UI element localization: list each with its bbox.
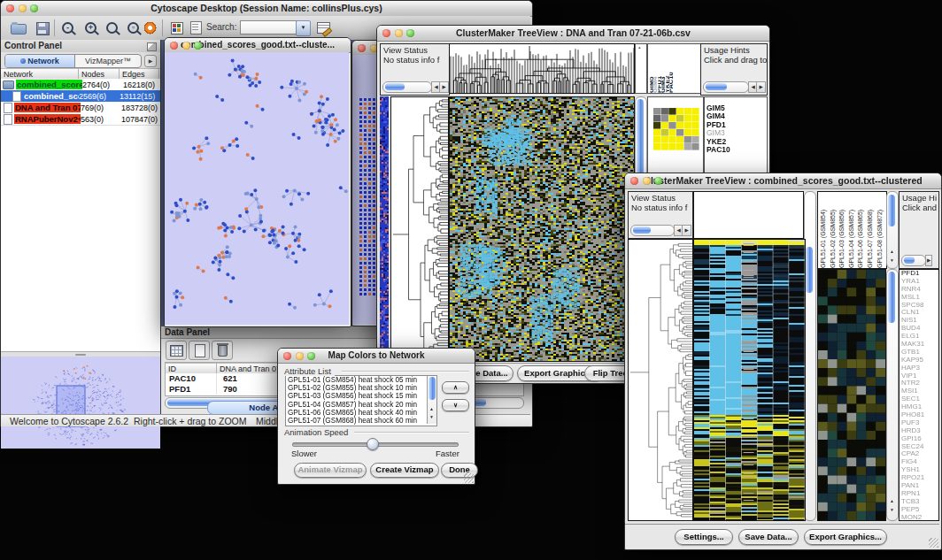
column-label[interactable]: GPL51-01 (GSM854) <box>819 192 829 268</box>
attribute-item[interactable]: GPL51-02 (GSM855) heat shock 10 min <box>286 384 436 392</box>
scroll-down-icon[interactable]: ▼ <box>890 257 894 263</box>
close-icon[interactable] <box>358 44 366 52</box>
zoom-window-icon[interactable] <box>30 4 38 12</box>
attribute-item[interactable]: GPL51-03 (GSM856) heat shock 15 min <box>286 392 436 400</box>
birdseye-view[interactable] <box>1 357 160 449</box>
animate-vizmap-button[interactable]: Animate Vizmap <box>294 463 367 478</box>
tv2-status-scrollbar[interactable] <box>630 225 675 236</box>
zoom-window-icon[interactable] <box>654 177 662 185</box>
scroll-thumb[interactable] <box>888 195 895 226</box>
gene-label[interactable]: MON2 <box>900 514 938 521</box>
scroll-thumb[interactable] <box>385 83 405 90</box>
new-attribute-button[interactable] <box>189 341 210 360</box>
attribute-item[interactable]: GPL51-06 (GSM865) heat shock 40 min <box>286 409 436 417</box>
resize-grip[interactable] <box>464 473 474 483</box>
tv1-overview-strip-canvas[interactable] <box>380 96 389 362</box>
minimize-icon[interactable] <box>395 29 403 37</box>
scroll-up-icon[interactable]: ▲ <box>429 406 434 411</box>
zoom-window-icon[interactable] <box>307 352 315 360</box>
column-label[interactable]: PAC10 <box>669 44 673 93</box>
column-label[interactable]: GIM3 <box>661 44 665 93</box>
network-table-row[interactable]: combined_scores_ 2764(0) 16218(0) <box>1 79 160 90</box>
speed-slider-thumb[interactable] <box>367 438 379 450</box>
scroll-right-icon[interactable]: ▶ <box>925 255 932 266</box>
tab-overflow-button[interactable]: ▶ <box>144 55 157 67</box>
treeview2-title-bar[interactable]: ClusterMaker TreeView : combined_scores_… <box>625 173 941 189</box>
table-edit-button[interactable] <box>314 19 334 37</box>
network1-view-canvas[interactable] <box>165 52 349 325</box>
search-input[interactable] <box>240 20 299 35</box>
tv1-row-dendrogram-canvas[interactable] <box>390 96 449 362</box>
attribute-browser-button[interactable] <box>167 19 187 37</box>
tv2-row-dendrogram-canvas[interactable] <box>628 239 693 521</box>
main-title-bar[interactable]: Cytoscape Desktop (Session Name: collins… <box>1 1 532 17</box>
tv1-usage-scrollbar[interactable] <box>703 81 749 93</box>
tv1-heatmap-canvas[interactable] <box>449 96 635 362</box>
tv2-zoom-heatmap-canvas[interactable] <box>817 269 886 521</box>
close-icon[interactable] <box>170 42 178 50</box>
attribute-item[interactable]: GPL51-07 (GSM868) heat shock 60 min <box>286 417 436 425</box>
open-session-button[interactable] <box>8 19 27 37</box>
tab-vizmapper[interactable]: VizMapper™ <box>75 55 141 67</box>
tv2-column-dendrogram-area[interactable] <box>693 191 804 239</box>
tv2-zoom-scrollbar[interactable]: ▲ ▼ <box>886 269 899 521</box>
attribute-listbox[interactable]: GPL51-01 (GSM854) heat shock 05 minGPL51… <box>285 375 437 426</box>
minimize-icon[interactable] <box>19 4 27 12</box>
column-label[interactable]: GPL51-06 (GSM865) <box>856 192 866 268</box>
select-attributes-button[interactable] <box>166 341 187 360</box>
zoom-in-button[interactable]: + <box>82 19 102 37</box>
column-label[interactable]: GPL51-03 (GSM856) <box>838 192 847 268</box>
scroll-right-icon[interactable]: ▶ <box>682 225 691 236</box>
move-down-button[interactable]: ∨ <box>442 399 469 411</box>
dialog-title-bar[interactable]: Map Colors to Network <box>278 349 475 364</box>
scroll-thumb[interactable] <box>429 377 436 400</box>
export-graphics-button[interactable]: Export Graphics... <box>804 529 887 545</box>
scroll-thumb[interactable] <box>633 226 651 234</box>
search-dropdown-button[interactable]: ▼ <box>296 20 311 36</box>
float-panel-icon[interactable] <box>147 42 157 51</box>
gene-label[interactable]: PAC10 <box>705 146 767 154</box>
resize-grip[interactable] <box>929 538 938 548</box>
zoom-out-button[interactable]: - <box>59 19 79 37</box>
save-session-button[interactable] <box>33 19 52 37</box>
tab-network[interactable]: Network <box>5 55 75 67</box>
tv2-usage-scrollbar[interactable] <box>901 255 926 266</box>
delete-attribute-button[interactable] <box>212 341 233 360</box>
treeview1-title-bar[interactable]: ClusterMaker TreeView : DNA and Tran 07-… <box>377 26 769 42</box>
minimize-icon[interactable] <box>296 352 304 360</box>
close-icon[interactable] <box>283 352 291 360</box>
network-table-row[interactable]: DNA and Tran 07 769(0) 183728(0) <box>1 102 160 113</box>
scroll-down-icon[interactable]: ▼ <box>429 414 434 419</box>
tv1-status-scrollbar[interactable] <box>382 81 432 93</box>
birdseye-canvas[interactable] <box>2 357 159 448</box>
save-data-button[interactable]: Save Data... <box>738 529 799 545</box>
scroll-right-icon[interactable]: ▶ <box>439 81 449 93</box>
tv2-label-scrollbar[interactable]: ▲ ▼ <box>886 191 899 269</box>
scroll-thumb[interactable] <box>806 247 813 293</box>
scroll-thumb[interactable] <box>706 83 727 90</box>
column-label[interactable]: GPL51-04 (GSM857) <box>847 192 857 268</box>
network-table-row[interactable]: combined_sco 2569(6) 13112(15) <box>1 90 160 102</box>
scroll-right-icon[interactable]: ▶ <box>756 81 766 93</box>
tv1-similarity-matrix-canvas[interactable] <box>653 108 699 150</box>
attribute-list-scrollbar[interactable]: ▲ ▼ <box>427 376 436 424</box>
annotation-button[interactable] <box>187 19 206 37</box>
create-vizmap-button[interactable]: Create Vizmap <box>370 463 439 478</box>
minimize-icon[interactable] <box>643 177 651 185</box>
column-label[interactable]: GPL51-07 (GSM868) <box>866 192 876 268</box>
scroll-down-icon[interactable]: ▼ <box>890 507 894 512</box>
network-table-row[interactable]: RNAPuberNov2+ 563(0) 107847(0) <box>1 113 160 125</box>
help-button[interactable] <box>141 19 160 37</box>
zoom-window-icon[interactable] <box>194 42 202 50</box>
move-up-button[interactable]: ∧ <box>442 381 469 394</box>
attribute-item[interactable]: GPL51-04 (GSM857) heat shock 20 min <box>286 401 436 409</box>
network1-title-bar[interactable]: combined_scores_good.txt--cluste... <box>165 38 351 53</box>
tv2-heatmap-canvas[interactable] <box>693 239 806 521</box>
tv1-column-dendrogram-canvas[interactable] <box>449 43 635 94</box>
zoom-fit-button[interactable] <box>104 19 123 37</box>
close-icon[interactable] <box>382 29 390 37</box>
column-label[interactable]: GPL51-08 (GSM872) <box>876 192 885 268</box>
tv2-heatmap-vscrollbar[interactable] <box>804 191 816 521</box>
scroll-up-icon[interactable]: ▲ <box>890 498 894 503</box>
zoom-window-icon[interactable] <box>406 29 414 37</box>
